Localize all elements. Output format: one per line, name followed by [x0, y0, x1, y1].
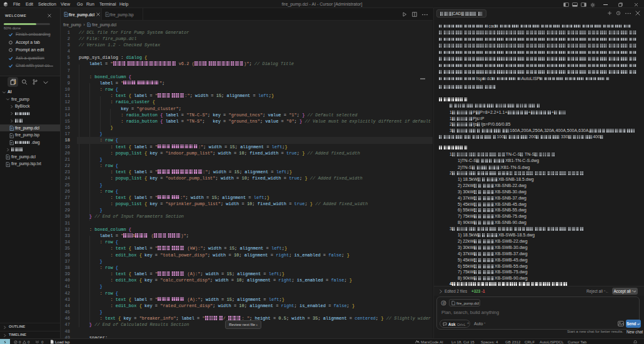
svg-text:@: @ [443, 301, 446, 305]
